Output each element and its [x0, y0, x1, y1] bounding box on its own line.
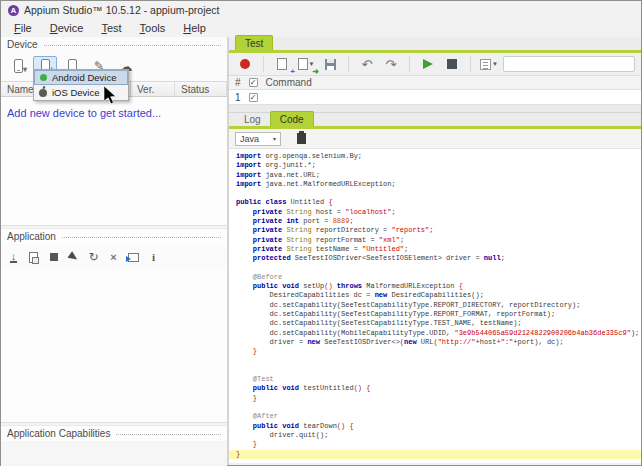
capabilities-section: Application Capabilities	[1, 422, 227, 466]
copy-code-button[interactable]	[291, 130, 311, 148]
clipboard-icon	[297, 133, 306, 144]
application-section: Application ↓ ↻ × i	[1, 225, 227, 270]
window-title: Appium Studio™ 10.5.12 - appium-project	[24, 4, 220, 16]
record-icon	[240, 59, 250, 69]
redo-icon: ↷	[386, 58, 397, 71]
undo-button[interactable]: ↶	[357, 55, 377, 73]
app-info-button[interactable]: i	[144, 248, 163, 266]
device-section-title: Device	[7, 39, 38, 50]
section-divider	[116, 434, 221, 435]
close-app-button[interactable]: ×	[104, 248, 123, 266]
device-panel-background	[1, 104, 227, 465]
open-app-button[interactable]	[24, 248, 43, 266]
code-editor[interactable]: import org.openqa.selenium.By;import org…	[229, 148, 641, 463]
chevron-down-icon: ▾	[273, 135, 276, 142]
application-toolbar: ↓ ↻ × i	[1, 244, 227, 270]
save-icon	[325, 59, 336, 70]
apple-icon	[39, 89, 47, 97]
toolbar-search-input[interactable]	[503, 56, 635, 72]
menu-item-tools[interactable]: Tools	[131, 21, 175, 35]
command-column-number: #	[235, 77, 241, 88]
launch-app-icon	[128, 253, 139, 262]
command-row-checkbox[interactable]: ✓	[249, 93, 258, 102]
restart-app-icon: ↻	[88, 251, 98, 263]
install-app-button[interactable]: ↓	[4, 248, 23, 266]
menu-bar: File Device Test Tools Help	[1, 19, 641, 37]
application-section-header: Application	[1, 229, 227, 244]
ios-device-label: iOS Device	[52, 87, 100, 98]
command-row-number: 1	[235, 92, 241, 103]
connect-device-button[interactable]: ▾	[6, 56, 30, 76]
tab-log[interactable]: Log	[235, 112, 270, 126]
language-select-value: Java	[240, 134, 259, 144]
section-divider	[44, 45, 221, 46]
code-toolbar: Java ▾	[229, 129, 641, 148]
redo-button[interactable]: ↷	[381, 55, 401, 73]
new-test-icon	[277, 58, 287, 70]
chevron-down-icon: ▼	[492, 61, 498, 67]
open-test-button[interactable]: ➜▼	[296, 55, 316, 73]
inspect-app-icon	[68, 251, 80, 263]
new-test-button[interactable]: +	[272, 55, 292, 73]
stop-app-icon	[50, 253, 58, 261]
install-app-icon: ↓	[10, 252, 18, 263]
arrow-badge-icon: ➜	[312, 68, 319, 76]
tab-code[interactable]: Code	[270, 111, 314, 126]
android-device-label: Android Device	[52, 72, 116, 83]
toolbar-separator	[263, 56, 264, 72]
save-test-button[interactable]	[320, 55, 340, 73]
toolbar-separator	[348, 56, 349, 72]
command-column-label: Command	[266, 77, 312, 88]
options-button[interactable]: ▼	[479, 55, 499, 73]
capabilities-section-header: Application Capabilities	[1, 426, 227, 441]
toolbar-separator	[470, 56, 471, 72]
device-section-header: Device	[1, 37, 227, 52]
menu-item-file[interactable]: File	[5, 21, 41, 35]
stop-app-button[interactable]	[44, 248, 63, 266]
phone-device-icon	[14, 59, 23, 73]
stop-test-button[interactable]	[442, 55, 462, 73]
menu-item-device[interactable]: Device	[41, 21, 93, 35]
tab-test[interactable]: Test	[235, 35, 273, 50]
app-logo-icon: A	[8, 5, 19, 16]
device-column-ver[interactable]: Ver.	[131, 82, 175, 96]
app-window: A Appium Studio™ 10.5.12 - appium-projec…	[0, 0, 642, 466]
test-toolbar: + ➜▼ ↶ ↷ ▼	[229, 53, 641, 76]
title-bar: A Appium Studio™ 10.5.12 - appium-projec…	[1, 1, 641, 19]
mouse-cursor-icon	[104, 86, 116, 105]
toolbar-separator	[409, 56, 410, 72]
application-section-title: Application	[7, 231, 56, 242]
command-row-1[interactable]: 1 ✓	[229, 90, 641, 104]
record-button[interactable]	[235, 55, 255, 73]
options-icon	[480, 59, 491, 70]
capabilities-body	[1, 441, 227, 466]
select-all-checkbox[interactable]: ✓	[249, 78, 258, 87]
test-panel: Test + ➜▼ ↶ ↷ ▼ # ✓ Comma	[229, 37, 641, 465]
launch-app-button[interactable]	[124, 248, 143, 266]
phone-badge-icon: ▾	[23, 66, 27, 74]
test-tab-strip: Test	[229, 37, 641, 53]
open-app-icon	[29, 252, 38, 263]
plus-badge-icon: +	[290, 68, 295, 76]
dropdown-item-android-device[interactable]: Android Device	[34, 70, 128, 85]
open-test-icon	[298, 58, 308, 70]
menu-item-test[interactable]: Test	[92, 21, 130, 35]
left-panel: Device ▾ + −	[1, 37, 229, 465]
stop-icon	[447, 59, 457, 69]
restart-app-button[interactable]: ↻	[84, 248, 103, 266]
language-select[interactable]: Java ▾	[235, 132, 281, 146]
section-divider	[62, 237, 221, 238]
android-icon	[40, 74, 47, 81]
log-code-tab-strip: Log Code	[229, 113, 641, 129]
undo-icon: ↶	[362, 58, 373, 71]
menu-item-help[interactable]: Help	[174, 21, 215, 35]
close-app-icon: ×	[110, 251, 116, 263]
command-table-header: # ✓ Command	[229, 76, 641, 90]
device-column-status[interactable]: Status	[175, 82, 227, 96]
capabilities-section-title: Application Capabilities	[7, 428, 110, 439]
run-icon	[423, 59, 433, 69]
run-test-button[interactable]	[418, 55, 438, 73]
app-info-icon: i	[152, 251, 155, 263]
inspect-app-button[interactable]	[64, 248, 83, 266]
